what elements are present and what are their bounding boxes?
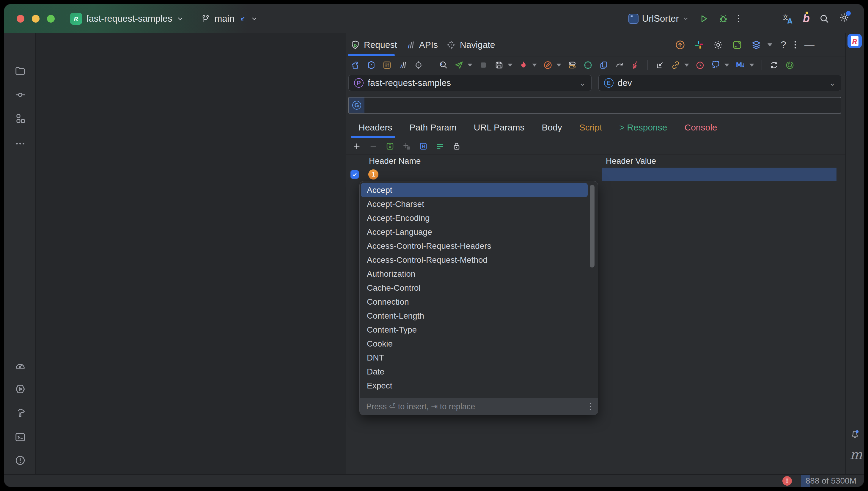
link-caret-icon[interactable] [684, 64, 689, 66]
terminal-icon[interactable] [15, 432, 26, 443]
tab-response[interactable]: > Response [619, 118, 667, 137]
completion-item[interactable]: Access-Control-Request-Headers [360, 239, 598, 253]
minimize-icon[interactable]: — [804, 39, 814, 51]
environment-select[interactable]: E dev ⌄ [598, 75, 842, 91]
more-vertical-icon[interactable] [794, 41, 796, 49]
completion-item[interactable]: Cookie [360, 337, 598, 351]
memory-indicator[interactable]: 888 of 5300M [801, 475, 857, 487]
completion-item[interactable]: Access-Control-Request-Method [360, 253, 598, 267]
save-icon[interactable] [494, 60, 504, 70]
editor-area[interactable] [36, 33, 346, 474]
close-button[interactable] [17, 15, 24, 23]
layers-icon[interactable] [751, 39, 761, 50]
markdown-icon[interactable]: M [735, 60, 746, 70]
bito-icon[interactable]: b [803, 12, 810, 25]
connect-power-icon[interactable] [785, 60, 794, 70]
markdown-caret-icon[interactable] [749, 64, 754, 66]
github-icon[interactable] [711, 60, 721, 70]
completion-item[interactable]: Authorization [360, 267, 598, 281]
fast-request-app-button[interactable]: ʀ [847, 34, 862, 48]
completion-item[interactable]: Cache-Control [360, 281, 598, 295]
tab-path-param[interactable]: Path Param [409, 118, 456, 137]
pen-circle-icon[interactable] [543, 60, 553, 70]
locate-crosshair-icon[interactable] [414, 60, 423, 70]
refresh-icon[interactable] [769, 60, 779, 70]
tab-body[interactable]: Body [542, 118, 562, 137]
completion-item-selected[interactable]: Accept [361, 183, 588, 197]
pen-caret-icon[interactable] [556, 64, 561, 66]
notifications-bell-icon[interactable] [849, 429, 860, 439]
endpoints-gauge-icon[interactable] [15, 360, 26, 372]
problems-icon[interactable] [15, 455, 26, 466]
more-vertical-icon[interactable] [738, 15, 739, 22]
zoom-button[interactable] [47, 15, 55, 23]
tab-script[interactable]: Script [579, 118, 602, 137]
save-caret-icon[interactable] [508, 64, 513, 66]
row-checkbox[interactable] [350, 170, 359, 179]
completion-item[interactable]: Accept-Language [360, 225, 598, 239]
popup-more-icon[interactable] [590, 403, 591, 410]
redo-curve-icon[interactable] [615, 60, 624, 70]
completion-item[interactable]: Expect [360, 379, 598, 393]
project-widget[interactable]: ʀ fast-request-samples [70, 13, 184, 25]
completion-item[interactable]: Content-Length [360, 309, 598, 323]
tab-request[interactable]: Request [350, 33, 397, 56]
services-icon[interactable] [15, 383, 26, 395]
lock-icon[interactable] [452, 142, 461, 151]
help-icon[interactable]: ? [781, 39, 786, 51]
branch-widget[interactable]: main [201, 13, 257, 24]
header-name-cell[interactable]: 1 [363, 167, 601, 182]
hexagon-shield-icon[interactable] [367, 60, 376, 70]
sort-lines-icon[interactable] [435, 142, 445, 151]
search-icon[interactable] [819, 14, 829, 24]
commit-icon[interactable] [15, 89, 26, 100]
flame-caret-icon[interactable] [532, 64, 537, 66]
completion-item[interactable]: Content-Type [360, 323, 598, 337]
add-icon[interactable] [352, 142, 361, 151]
url-input[interactable] [365, 97, 841, 113]
tab-url-params[interactable]: URL Params [474, 118, 525, 137]
tab-navigate[interactable]: Navigate [446, 33, 495, 56]
completion-item[interactable]: Connection [360, 295, 598, 309]
structure-icon[interactable] [15, 113, 26, 124]
popup-scrollbar[interactable] [590, 185, 595, 267]
send-caret-icon[interactable] [468, 64, 472, 66]
project-select[interactable]: P fast-request-samples ⌄ [348, 75, 591, 91]
copy-icon[interactable] [599, 60, 608, 70]
completion-item[interactable]: Date [360, 365, 598, 379]
folder-icon[interactable] [15, 65, 26, 77]
debug-bug-icon[interactable] [718, 14, 728, 24]
puzzle-icon[interactable] [351, 60, 360, 70]
window-scale-icon[interactable] [732, 39, 743, 50]
sliders-box-icon[interactable] [382, 60, 392, 70]
github-caret-icon[interactable] [724, 64, 729, 66]
send-icon[interactable] [454, 60, 464, 70]
toggles-icon[interactable] [568, 60, 577, 70]
minimize-button[interactable] [32, 15, 39, 23]
search-code-icon[interactable] [438, 60, 448, 70]
slack-icon[interactable] [694, 39, 704, 50]
maven-icon[interactable]: m [850, 447, 862, 462]
env-e-badge-icon[interactable] [385, 142, 395, 151]
completion-item[interactable]: Accept-Charset [360, 197, 598, 211]
layers-caret-icon[interactable] [768, 44, 772, 46]
tab-console[interactable]: Console [684, 118, 717, 137]
header-value-cell-selected[interactable] [602, 168, 837, 181]
error-indicator-icon[interactable]: ! [782, 476, 792, 486]
apis-bars-icon[interactable] [398, 60, 408, 70]
header-h-badge-icon[interactable] [418, 142, 428, 151]
upgrade-circle-icon[interactable] [675, 39, 686, 50]
history-clock-icon[interactable] [695, 60, 705, 70]
settings-gear-icon[interactable] [839, 12, 849, 25]
run-play-icon[interactable] [699, 14, 709, 24]
tab-headers[interactable]: Headers [358, 118, 392, 137]
gear-icon[interactable] [713, 39, 724, 50]
completion-item[interactable]: Accept-Encoding [360, 211, 598, 225]
more-dots-icon[interactable] [15, 138, 26, 149]
build-hammer-icon[interactable] [15, 407, 26, 418]
flame-icon[interactable] [519, 60, 528, 70]
target-icon[interactable] [583, 60, 593, 70]
completion-item[interactable]: DNT [360, 351, 598, 365]
tab-apis[interactable]: APIs [405, 33, 438, 56]
link-icon[interactable] [671, 60, 681, 70]
